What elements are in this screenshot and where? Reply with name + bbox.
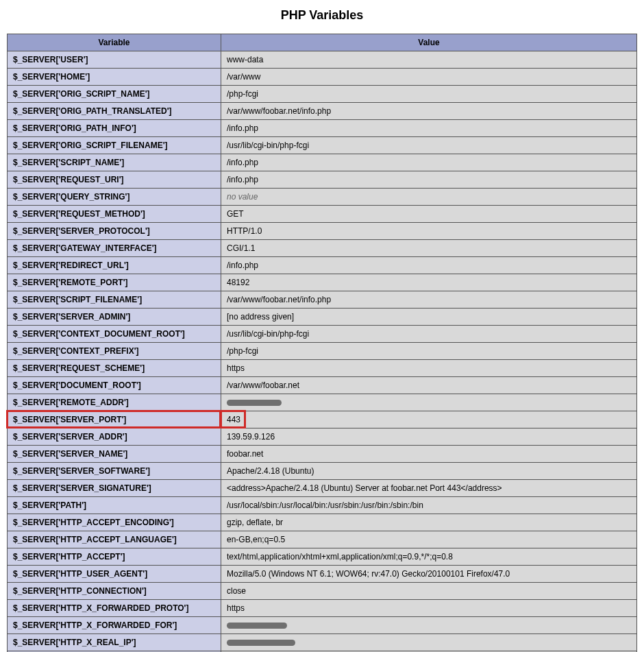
- variable-value: 139.59.9.126: [221, 428, 637, 446]
- variable-value: [221, 634, 637, 651]
- table-row: $_SERVER['ORIG_PATH_TRANSLATED']/var/www…: [8, 103, 637, 120]
- variable-name: $_SERVER['REQUEST_SCHEME']: [8, 360, 221, 377]
- variable-name: $_SERVER['USER']: [8, 51, 221, 69]
- variable-value: 48192: [221, 274, 637, 291]
- table-row: $_SERVER['QUERY_STRING']no value: [8, 189, 637, 206]
- table-row: $_SERVER['DOCUMENT_ROOT']/var/www/foobar…: [8, 377, 637, 394]
- variable-name: $_SERVER['REMOTE_ADDR']: [8, 394, 221, 411]
- col-variable: Variable: [8, 34, 221, 51]
- table-row: $_SERVER['USER']www-data: [8, 51, 637, 69]
- redacted-value: [227, 640, 295, 646]
- variable-value: Mozilla/5.0 (Windows NT 6.1; WOW64; rv:4…: [221, 566, 637, 583]
- variable-name: $_SERVER['SCRIPT_NAME']: [8, 154, 221, 171]
- variable-value: no value: [221, 189, 637, 206]
- variable-name: $_SERVER['REMOTE_PORT']: [8, 274, 221, 291]
- variable-name: $_SERVER['GATEWAY_INTERFACE']: [8, 240, 221, 257]
- table-row: $_SERVER['HTTP_X_FORWARDED_PROTO']https: [8, 600, 637, 617]
- variable-value: en-GB,en;q=0.5: [221, 531, 637, 548]
- table-row: $_SERVER['SCRIPT_FILENAME']/var/www/foob…: [8, 291, 637, 309]
- table-row: $_SERVER['ORIG_SCRIPT_NAME']/php-fcgi: [8, 86, 637, 103]
- table-row: $_SERVER['REQUEST_SCHEME']https: [8, 360, 637, 377]
- table-row: $_SERVER['HTTP_ACCEPT']text/html,applica…: [8, 548, 637, 566]
- variable-value: /info.php: [221, 171, 637, 189]
- variable-name: $_SERVER['HTTP_ACCEPT']: [8, 548, 221, 566]
- variable-name: $_SERVER['SERVER_SIGNATURE']: [8, 480, 221, 497]
- table-row: $_SERVER['CONTEXT_PREFIX']/php-fcgi: [8, 343, 637, 360]
- variable-name: $_SERVER['HTTP_CONNECTION']: [8, 583, 221, 600]
- table-row: $_SERVER['HTTP_CONNECTION']close: [8, 583, 637, 600]
- variable-value: /var/www/foobar.net: [221, 377, 637, 394]
- variable-name: $_SERVER['SERVER_NAME']: [8, 446, 221, 463]
- php-variables-table: Variable Value $_SERVER['USER']www-data$…: [7, 34, 637, 652]
- variable-value: text/html,application/xhtml+xml,applicat…: [221, 548, 637, 566]
- variable-name: $_SERVER['REQUEST_METHOD']: [8, 206, 221, 223]
- table-row: $_SERVER['SCRIPT_NAME']/info.php: [8, 154, 637, 171]
- variable-name: $_SERVER['SERVER_ADMIN']: [8, 309, 221, 326]
- table-row: $_SERVER['CONTEXT_DOCUMENT_ROOT']/usr/li…: [8, 326, 637, 343]
- variable-value: /php-fcgi: [221, 343, 637, 360]
- variable-name: $_SERVER['REDIRECT_URL']: [8, 257, 221, 274]
- table-row: $_SERVER['SERVER_ADMIN'][no address give…: [8, 309, 637, 326]
- variable-value: <address>Apache/2.4.18 (Ubuntu) Server a…: [221, 480, 637, 497]
- variable-name: $_SERVER['ORIG_PATH_INFO']: [8, 120, 221, 137]
- table-row: $_SERVER['SERVER_PORT']443: [8, 411, 637, 428]
- variable-value: /usr/lib/cgi-bin/php-fcgi: [221, 137, 637, 154]
- variable-value: [221, 617, 637, 634]
- variable-name: $_SERVER['SERVER_PROTOCOL']: [8, 223, 221, 240]
- table-row: $_SERVER['REDIRECT_URL']/info.php: [8, 257, 637, 274]
- variable-name: $_SERVER['HTTP_USER_AGENT']: [8, 566, 221, 583]
- table-row: $_SERVER['SERVER_SOFTWARE']Apache/2.4.18…: [8, 463, 637, 480]
- variable-value: foobar.net: [221, 446, 637, 463]
- variable-value: [221, 394, 637, 411]
- variable-value: 443: [221, 411, 637, 428]
- no-value-label: no value: [227, 192, 258, 202]
- variable-value: /info.php: [221, 120, 637, 137]
- table-row: $_SERVER['REMOTE_ADDR']: [8, 394, 637, 411]
- variable-name: $_SERVER['PATH']: [8, 497, 221, 514]
- variable-value: https: [221, 600, 637, 617]
- variable-name: $_SERVER['SCRIPT_FILENAME']: [8, 291, 221, 309]
- variable-value: [no address given]: [221, 309, 637, 326]
- redacted-value: [227, 623, 287, 629]
- variable-value: https: [221, 360, 637, 377]
- variable-name: $_SERVER['CONTEXT_DOCUMENT_ROOT']: [8, 326, 221, 343]
- table-row: $_SERVER['ORIG_SCRIPT_FILENAME']/usr/lib…: [8, 137, 637, 154]
- variable-name: $_SERVER['ORIG_SCRIPT_NAME']: [8, 86, 221, 103]
- variable-value: /var/www/foobar.net/info.php: [221, 291, 637, 309]
- variable-name: $_SERVER['REQUEST_URI']: [8, 171, 221, 189]
- table-row: $_SERVER['HTTP_X_FORWARDED_FOR']: [8, 617, 637, 634]
- variable-name: $_SERVER['HTTP_X_REAL_IP']: [8, 634, 221, 651]
- variable-name: $_SERVER['SERVER_ADDR']: [8, 428, 221, 446]
- variable-name: $_SERVER['HTTP_X_FORWARDED_FOR']: [8, 617, 221, 634]
- table-row: $_SERVER['HTTP_X_REAL_IP']: [8, 634, 637, 651]
- variable-value: CGI/1.1: [221, 240, 637, 257]
- variable-name: $_SERVER['DOCUMENT_ROOT']: [8, 377, 221, 394]
- variable-value: /php-fcgi: [221, 86, 637, 103]
- table-row: $_SERVER['HTTP_USER_AGENT']Mozilla/5.0 (…: [8, 566, 637, 583]
- variable-name: $_SERVER['HOME']: [8, 69, 221, 86]
- table-row: $_SERVER['REMOTE_PORT']48192: [8, 274, 637, 291]
- variable-name: $_SERVER['HTTP_X_FORWARDED_PROTO']: [8, 600, 221, 617]
- table-row: $_SERVER['PATH']/usr/local/sbin:/usr/loc…: [8, 497, 637, 514]
- variable-value: /usr/lib/cgi-bin/php-fcgi: [221, 326, 637, 343]
- variable-value: /info.php: [221, 257, 637, 274]
- table-row: $_SERVER['SERVER_SIGNATURE']<address>Apa…: [8, 480, 637, 497]
- variable-value: Apache/2.4.18 (Ubuntu): [221, 463, 637, 480]
- highlight-box: [6, 410, 221, 428]
- table-row: $_SERVER['HTTP_ACCEPT_ENCODING']gzip, de…: [8, 514, 637, 531]
- variable-name: $_SERVER['SERVER_PORT']: [8, 411, 221, 428]
- table-row: $_SERVER['HTTP_ACCEPT_LANGUAGE']en-GB,en…: [8, 531, 637, 548]
- variable-name: $_SERVER['CONTEXT_PREFIX']: [8, 343, 221, 360]
- variable-value: HTTP/1.0: [221, 223, 637, 240]
- table-row: $_SERVER['REQUEST_URI']/info.php: [8, 171, 637, 189]
- table-row: $_SERVER['ORIG_PATH_INFO']/info.php: [8, 120, 637, 137]
- variable-value: gzip, deflate, br: [221, 514, 637, 531]
- variable-name: $_SERVER['ORIG_PATH_TRANSLATED']: [8, 103, 221, 120]
- table-row: $_SERVER['SERVER_ADDR']139.59.9.126: [8, 428, 637, 446]
- page-title: PHP Variables: [5, 8, 639, 23]
- variable-value: /usr/local/sbin:/usr/local/bin:/usr/sbin…: [221, 497, 637, 514]
- variable-value: /var/www: [221, 69, 637, 86]
- redacted-value: [227, 400, 282, 406]
- variable-value: /info.php: [221, 154, 637, 171]
- variable-name: $_SERVER['QUERY_STRING']: [8, 189, 221, 206]
